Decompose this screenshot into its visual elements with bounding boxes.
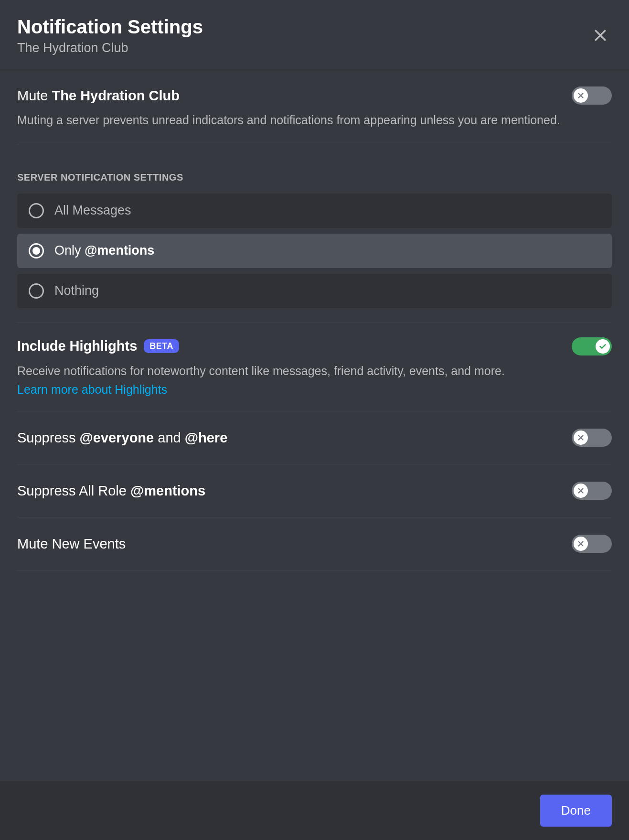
beta-badge: BETA <box>144 339 179 353</box>
modal-header: Notification Settings The Hydration Club <box>0 0 629 72</box>
notification-radio-section: SERVER NOTIFICATION SETTINGS All Message… <box>17 144 612 323</box>
x-icon <box>576 91 585 100</box>
suppress-roles-label: Suppress All Role @mentions <box>17 483 205 499</box>
toggle-knob <box>574 431 588 445</box>
suppress-roles-toggle[interactable] <box>572 482 612 500</box>
header-text: Notification Settings The Hydration Club <box>17 16 203 55</box>
highlights-section: Include Highlights BETA Receive notifica… <box>17 323 612 412</box>
close-button[interactable] <box>592 16 612 46</box>
highlights-description: Receive notifications for noteworthy con… <box>17 362 612 380</box>
toggle-knob <box>596 339 610 354</box>
x-icon <box>576 486 585 495</box>
server-subtitle: The Hydration Club <box>17 41 203 55</box>
check-icon <box>598 342 607 351</box>
mute-events-toggle[interactable] <box>572 535 612 553</box>
highlights-toggle[interactable] <box>572 337 612 355</box>
modal-footer: Done <box>0 781 629 840</box>
toggle-knob <box>574 88 588 103</box>
suppress-roles-section: Suppress All Role @mentions <box>17 464 612 517</box>
radio-nothing[interactable]: Nothing <box>17 274 612 308</box>
page-title: Notification Settings <box>17 16 203 38</box>
radio-only-mentions[interactable]: Only @mentions <box>17 234 612 268</box>
close-icon <box>592 27 609 44</box>
done-button[interactable]: Done <box>540 795 612 827</box>
radio-icon <box>29 283 44 299</box>
mute-server-description: Muting a server prevents unread indicato… <box>17 111 612 129</box>
suppress-everyone-toggle[interactable] <box>572 429 612 447</box>
mute-server-section: Mute The Hydration Club Muting a server … <box>17 72 612 144</box>
x-icon <box>576 539 585 548</box>
suppress-everyone-section: Suppress @everyone and @here <box>17 411 612 464</box>
toggle-knob <box>574 484 588 498</box>
highlights-title: Include Highlights <box>17 338 137 354</box>
suppress-everyone-label: Suppress @everyone and @here <box>17 430 227 446</box>
radio-all-messages[interactable]: All Messages <box>17 194 612 228</box>
radio-icon <box>29 243 44 258</box>
toggle-knob <box>574 537 588 551</box>
x-icon <box>576 433 585 442</box>
radio-icon <box>29 203 44 218</box>
mute-server-label: Mute The Hydration Club <box>17 88 180 104</box>
mute-events-section: Mute New Events <box>17 517 612 571</box>
highlights-learn-more-link[interactable]: Learn more about Highlights <box>17 383 167 397</box>
radio-group: All Messages Only @mentions Nothing <box>17 194 612 308</box>
section-header: SERVER NOTIFICATION SETTINGS <box>17 172 612 183</box>
mute-events-label: Mute New Events <box>17 536 126 552</box>
mute-server-toggle[interactable] <box>572 86 612 105</box>
